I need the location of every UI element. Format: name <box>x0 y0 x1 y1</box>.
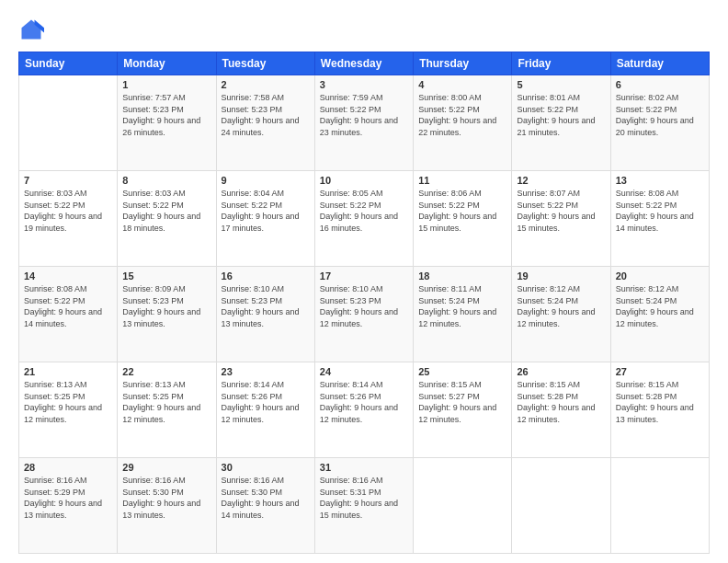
day-info: Sunrise: 8:09 AMSunset: 5:23 PMDaylight:… <box>122 283 210 329</box>
calendar-cell: 21Sunrise: 8:13 AMSunset: 5:25 PMDayligh… <box>19 362 118 458</box>
day-header-saturday: Saturday <box>610 52 709 75</box>
calendar-cell: 27Sunrise: 8:15 AMSunset: 5:28 PMDayligh… <box>610 362 709 458</box>
day-number: 22 <box>122 366 210 377</box>
day-header-friday: Friday <box>512 52 610 75</box>
day-number: 13 <box>616 175 704 186</box>
day-info: Sunrise: 7:58 AMSunset: 5:23 PMDaylight:… <box>222 92 310 138</box>
day-number: 17 <box>320 270 408 282</box>
page: SundayMondayTuesdayWednesdayThursdayFrid… <box>0 0 728 563</box>
calendar-cell: 3Sunrise: 7:59 AMSunset: 5:22 PMDaylight… <box>314 75 413 171</box>
day-number: 10 <box>320 175 408 186</box>
day-number: 28 <box>24 462 112 473</box>
day-number: 11 <box>418 175 506 186</box>
day-number: 20 <box>616 270 704 282</box>
day-info: Sunrise: 8:12 AMSunset: 5:24 PMDaylight:… <box>616 283 704 329</box>
calendar-cell: 2Sunrise: 7:58 AMSunset: 5:23 PMDaylight… <box>216 75 314 171</box>
calendar-cell: 16Sunrise: 8:10 AMSunset: 5:23 PMDayligh… <box>216 267 314 362</box>
day-info: Sunrise: 8:14 AMSunset: 5:26 PMDaylight:… <box>222 379 310 425</box>
day-number: 27 <box>616 366 704 377</box>
calendar-cell: 8Sunrise: 8:03 AMSunset: 5:22 PMDaylight… <box>118 171 216 267</box>
day-info: Sunrise: 7:59 AMSunset: 5:22 PMDaylight:… <box>320 92 408 138</box>
calendar-cell: 23Sunrise: 8:14 AMSunset: 5:26 PMDayligh… <box>216 362 314 458</box>
calendar-cell: 11Sunrise: 8:06 AMSunset: 5:22 PMDayligh… <box>414 171 512 267</box>
day-info: Sunrise: 8:15 AMSunset: 5:27 PMDaylight:… <box>418 379 506 425</box>
calendar: SundayMondayTuesdayWednesdayThursdayFrid… <box>18 52 710 554</box>
day-number: 26 <box>517 366 605 377</box>
calendar-cell: 15Sunrise: 8:09 AMSunset: 5:23 PMDayligh… <box>118 267 216 362</box>
day-info: Sunrise: 8:10 AMSunset: 5:23 PMDaylight:… <box>222 283 310 329</box>
day-number: 25 <box>418 366 506 377</box>
calendar-week-4: 21Sunrise: 8:13 AMSunset: 5:25 PMDayligh… <box>19 362 710 458</box>
day-info: Sunrise: 8:10 AMSunset: 5:23 PMDaylight:… <box>320 283 408 329</box>
day-number: 18 <box>418 270 506 282</box>
day-info: Sunrise: 8:03 AMSunset: 5:22 PMDaylight:… <box>122 188 210 234</box>
day-info: Sunrise: 8:05 AMSunset: 5:22 PMDaylight:… <box>320 188 408 234</box>
day-number: 29 <box>122 462 210 473</box>
day-info: Sunrise: 8:07 AMSunset: 5:22 PMDaylight:… <box>517 188 605 234</box>
calendar-cell: 24Sunrise: 8:14 AMSunset: 5:26 PMDayligh… <box>314 362 413 458</box>
calendar-week-1: 1Sunrise: 7:57 AMSunset: 5:23 PMDaylight… <box>19 75 710 171</box>
svg-marker-0 <box>22 20 41 40</box>
day-info: Sunrise: 8:13 AMSunset: 5:25 PMDaylight:… <box>122 379 210 425</box>
day-number: 4 <box>418 79 506 90</box>
day-info: Sunrise: 8:08 AMSunset: 5:22 PMDaylight:… <box>24 283 112 329</box>
calendar-cell <box>19 75 118 171</box>
calendar-cell <box>610 458 709 554</box>
calendar-cell: 31Sunrise: 8:16 AMSunset: 5:31 PMDayligh… <box>314 458 413 554</box>
calendar-header-row: SundayMondayTuesdayWednesdayThursdayFrid… <box>19 52 710 75</box>
calendar-cell: 29Sunrise: 8:16 AMSunset: 5:30 PMDayligh… <box>118 458 216 554</box>
calendar-cell: 12Sunrise: 8:07 AMSunset: 5:22 PMDayligh… <box>512 171 610 267</box>
day-info: Sunrise: 8:08 AMSunset: 5:22 PMDaylight:… <box>616 188 704 234</box>
day-info: Sunrise: 8:16 AMSunset: 5:29 PMDaylight:… <box>24 475 112 521</box>
day-number: 2 <box>222 79 310 90</box>
calendar-cell: 7Sunrise: 8:03 AMSunset: 5:22 PMDaylight… <box>19 171 118 267</box>
day-info: Sunrise: 8:13 AMSunset: 5:25 PMDaylight:… <box>24 379 112 425</box>
day-number: 19 <box>517 270 605 282</box>
day-number: 9 <box>222 175 310 186</box>
calendar-week-2: 7Sunrise: 8:03 AMSunset: 5:22 PMDaylight… <box>19 171 710 267</box>
calendar-cell: 4Sunrise: 8:00 AMSunset: 5:22 PMDaylight… <box>414 75 512 171</box>
calendar-week-3: 14Sunrise: 8:08 AMSunset: 5:22 PMDayligh… <box>19 267 710 362</box>
day-number: 1 <box>122 79 210 90</box>
day-header-sunday: Sunday <box>19 52 118 75</box>
day-info: Sunrise: 8:16 AMSunset: 5:30 PMDaylight:… <box>122 475 210 521</box>
calendar-week-5: 28Sunrise: 8:16 AMSunset: 5:29 PMDayligh… <box>19 458 710 554</box>
day-info: Sunrise: 8:03 AMSunset: 5:22 PMDaylight:… <box>24 188 112 234</box>
day-header-wednesday: Wednesday <box>314 52 413 75</box>
day-number: 16 <box>222 270 310 282</box>
day-number: 14 <box>24 270 112 282</box>
day-number: 21 <box>24 366 112 377</box>
day-info: Sunrise: 7:57 AMSunset: 5:23 PMDaylight:… <box>122 92 210 138</box>
day-info: Sunrise: 8:04 AMSunset: 5:22 PMDaylight:… <box>222 188 310 234</box>
day-number: 12 <box>517 175 605 186</box>
header <box>18 17 710 42</box>
day-info: Sunrise: 8:15 AMSunset: 5:28 PMDaylight:… <box>517 379 605 425</box>
day-number: 31 <box>320 462 408 473</box>
calendar-cell: 28Sunrise: 8:16 AMSunset: 5:29 PMDayligh… <box>19 458 118 554</box>
calendar-cell: 9Sunrise: 8:04 AMSunset: 5:22 PMDaylight… <box>216 171 314 267</box>
logo <box>18 17 48 42</box>
calendar-cell: 1Sunrise: 7:57 AMSunset: 5:23 PMDaylight… <box>118 75 216 171</box>
calendar-cell: 22Sunrise: 8:13 AMSunset: 5:25 PMDayligh… <box>118 362 216 458</box>
day-info: Sunrise: 8:12 AMSunset: 5:24 PMDaylight:… <box>517 283 605 329</box>
day-number: 5 <box>517 79 605 90</box>
calendar-cell: 6Sunrise: 8:02 AMSunset: 5:22 PMDaylight… <box>610 75 709 171</box>
day-info: Sunrise: 8:01 AMSunset: 5:22 PMDaylight:… <box>517 92 605 138</box>
calendar-cell: 25Sunrise: 8:15 AMSunset: 5:27 PMDayligh… <box>414 362 512 458</box>
calendar-cell: 13Sunrise: 8:08 AMSunset: 5:22 PMDayligh… <box>610 171 709 267</box>
day-number: 23 <box>222 366 310 377</box>
calendar-cell: 19Sunrise: 8:12 AMSunset: 5:24 PMDayligh… <box>512 267 610 362</box>
calendar-cell: 5Sunrise: 8:01 AMSunset: 5:22 PMDaylight… <box>512 75 610 171</box>
day-header-thursday: Thursday <box>414 52 512 75</box>
day-info: Sunrise: 8:16 AMSunset: 5:31 PMDaylight:… <box>320 475 408 521</box>
day-info: Sunrise: 8:02 AMSunset: 5:22 PMDaylight:… <box>616 92 704 138</box>
day-number: 30 <box>222 462 310 473</box>
calendar-cell: 10Sunrise: 8:05 AMSunset: 5:22 PMDayligh… <box>314 171 413 267</box>
calendar-cell: 20Sunrise: 8:12 AMSunset: 5:24 PMDayligh… <box>610 267 709 362</box>
calendar-cell: 14Sunrise: 8:08 AMSunset: 5:22 PMDayligh… <box>19 267 118 362</box>
calendar-cell: 17Sunrise: 8:10 AMSunset: 5:23 PMDayligh… <box>314 267 413 362</box>
day-number: 7 <box>24 175 112 186</box>
day-number: 15 <box>122 270 210 282</box>
day-info: Sunrise: 8:00 AMSunset: 5:22 PMDaylight:… <box>418 92 506 138</box>
day-header-monday: Monday <box>118 52 216 75</box>
